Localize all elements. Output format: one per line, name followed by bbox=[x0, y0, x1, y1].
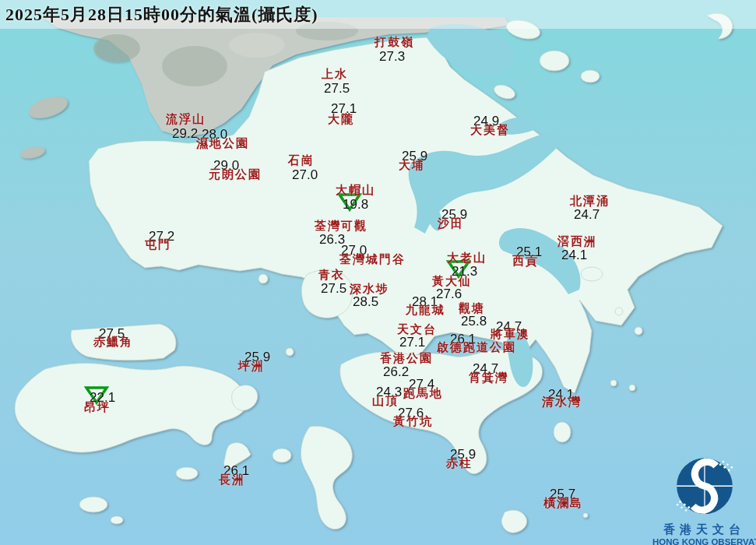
station-name-label: 坪洲 bbox=[238, 360, 265, 372]
station-temp-label: 24.7 bbox=[574, 208, 600, 221]
station-name-label: 觀塘 bbox=[459, 303, 485, 315]
station-temp-label: 28.5 bbox=[353, 295, 378, 308]
station-temp-label: 25.8 bbox=[461, 315, 487, 328]
station-name-label: 大美督 bbox=[470, 125, 510, 136]
station-name-label: 濕地公園 bbox=[196, 138, 249, 149]
station-name-label: 青衣 bbox=[318, 269, 345, 281]
station-temp-label: 27.1 bbox=[399, 336, 425, 349]
station-name-label: 啟德跑道公園 bbox=[437, 342, 516, 353]
hko-logo-icon bbox=[669, 455, 740, 521]
station-name-label: 大埔 bbox=[399, 160, 425, 171]
station-name-label: 大老山 bbox=[447, 252, 487, 264]
station-temp-label: 29.2 bbox=[172, 127, 198, 140]
hong-kong-basemap bbox=[0, 0, 756, 545]
station-name-label: 赤柱 bbox=[446, 458, 473, 469]
station-name-label: 黃竹坑 bbox=[393, 416, 433, 427]
station-name-label: 荃灣可觀 bbox=[315, 220, 367, 232]
station-name-label: 北潭涌 bbox=[570, 195, 610, 207]
station-temp-label: 27.5 bbox=[321, 282, 346, 295]
hko-logo-en-text: HONG KONG OBSERVATORY bbox=[652, 537, 756, 545]
station-name-label: 昂坪 bbox=[84, 402, 111, 413]
station-name-label: 香港公園 bbox=[380, 353, 433, 364]
station-temp-label: 27.5 bbox=[324, 82, 350, 95]
station-name-label: 清水灣 bbox=[542, 396, 582, 408]
station-name-label: 橫瀾島 bbox=[543, 498, 583, 509]
station-name-label: 天文台 bbox=[397, 324, 437, 336]
station-temp-label: 19.8 bbox=[343, 198, 368, 211]
station-name-label: 沙田 bbox=[438, 218, 464, 230]
station-name-label: 元朗公園 bbox=[209, 169, 262, 181]
station-name-label: 大帽山 bbox=[336, 185, 375, 196]
temperature-map: 2025年5月28日15時00分的氣溫(攝氏度) 27.3打鼓嶺27.5上水27… bbox=[0, 0, 756, 545]
station-name-label: 石崗 bbox=[288, 155, 315, 167]
station-name-label: 流浮山 bbox=[166, 114, 206, 125]
station-name-label: 滘西洲 bbox=[557, 236, 597, 248]
hko-logo: 香港天文台 HONG KONG OBSERVATORY bbox=[652, 455, 756, 545]
station-name-label: 上水 bbox=[322, 69, 348, 80]
station-name-label: 荃灣城門谷 bbox=[339, 254, 406, 265]
station-name-label: 大隴 bbox=[328, 114, 354, 125]
station-name-label: 長洲 bbox=[219, 474, 245, 486]
station-name-label: 深水埗 bbox=[350, 283, 389, 295]
station-name-label: 赤鱲角 bbox=[93, 336, 133, 348]
station-name-label: 九龍城 bbox=[406, 304, 445, 316]
station-temp-label: 27.6 bbox=[436, 287, 462, 301]
station-name-label: 筲箕灣 bbox=[469, 372, 508, 384]
station-name-label: 打鼓嶺 bbox=[374, 37, 414, 48]
hko-logo-cjk-text: 香港天文台 bbox=[652, 522, 756, 537]
station-name-label: 跑馬地 bbox=[403, 388, 443, 399]
station-temp-label: 26.2 bbox=[383, 365, 409, 378]
station-name-label: 黃大仙 bbox=[432, 276, 472, 287]
station-name-label: 西貢 bbox=[512, 255, 539, 267]
station-temp-label: 24.1 bbox=[561, 248, 587, 262]
station-temp-label: 27.0 bbox=[292, 168, 318, 181]
page-title: 2025年5月28日15時00分的氣溫(攝氏度) bbox=[5, 3, 318, 26]
station-name-label: 屯門 bbox=[145, 239, 171, 251]
station-temp-label: 27.3 bbox=[379, 50, 405, 63]
station-name-label: 將軍澳 bbox=[491, 329, 530, 340]
station-name-label: 山頂 bbox=[372, 396, 399, 407]
